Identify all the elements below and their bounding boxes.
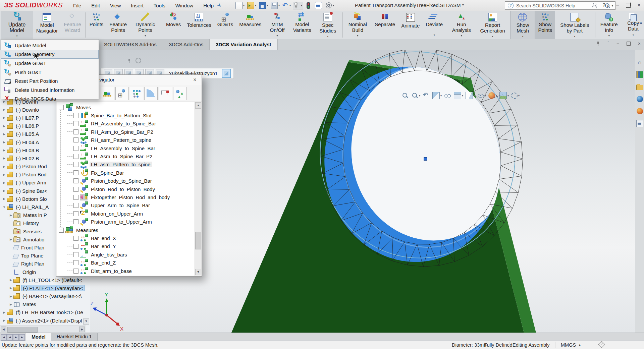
tree-expand-arrow[interactable]: ▶ [2, 140, 7, 144]
headsup-button[interactable]: ▾ [499, 92, 509, 99]
document-tab[interactable]: Model [26, 333, 51, 341]
ribbon-button[interactable] [342, 12, 343, 38]
menu-item[interactable]: Insert [131, 3, 144, 8]
ribbon-button[interactable] [162, 12, 162, 38]
tree-expander-box[interactable]: − [59, 228, 64, 233]
help-button[interactable]: ? ▾ [602, 2, 609, 8]
quickbar-button[interactable]: ▾ [247, 2, 257, 9]
ribbon-button[interactable]: Run Analysis ▾ [448, 11, 475, 39]
tree-expander-box[interactable] [73, 211, 78, 216]
tab-nav-button[interactable]: ◀ [1, 334, 7, 341]
minimize-button[interactable]: − [614, 2, 621, 8]
ribbon-tab[interactable]: 3DCS Add-Ons [163, 39, 210, 50]
tree-expand-arrow[interactable]: ▶ [8, 295, 13, 298]
context-menu-item[interactable]: Update Geometry [1, 50, 99, 59]
quickbar-button[interactable]: ▾ [258, 2, 269, 9]
dialog-toolbar-button[interactable] [115, 87, 129, 100]
navigator-tree-row[interactable]: LH_Asm_to_Spine_Bar_P2 [57, 152, 195, 160]
tree-expander-box[interactable] [73, 260, 78, 265]
ribbon-button-caret[interactable]: ▾ [608, 33, 610, 39]
ribbon-button[interactable]: Update Model ▾ [1, 11, 33, 39]
ribbon-button[interactable]: MTM On/Off ▾ [264, 11, 290, 39]
headsup-button[interactable]: ▾ [454, 92, 463, 99]
tree-expander-box[interactable] [73, 146, 78, 151]
tree-expander-box[interactable] [73, 195, 78, 200]
context-menu-item[interactable]: Update GD&T [1, 59, 99, 68]
tree-expand-arrow[interactable]: ▶ [8, 278, 13, 282]
document-tab[interactable]: Hareket Etüdü 1 [51, 333, 98, 341]
ribbon-button-caret[interactable]: ▾ [434, 32, 435, 39]
navigator-tree-row[interactable]: Bar_end_Y [57, 242, 195, 250]
headsup-button[interactable]: ▾ [511, 93, 520, 99]
navigator-tree-row[interactable]: Angle_btw_bars [57, 250, 195, 258]
context-menu-item[interactable]: Reset Part Position [1, 76, 99, 85]
tree-row[interactable]: ▶ (-) PLATE<1> (Varsayılan< [0, 284, 90, 292]
ribbon-button[interactable]: Separate [372, 11, 398, 39]
units-caret[interactable]: ▴ [579, 343, 581, 346]
tree-expander-box[interactable] [73, 236, 78, 241]
resources-home-icon[interactable]: ⌂ [637, 59, 643, 65]
navigator-tree-row[interactable]: − Measures [57, 226, 195, 234]
collapse-ribbon-icon[interactable]: ˆ [607, 41, 609, 46]
ribbon-button[interactable]: Dynamic Points ▾ [130, 11, 161, 39]
navigator-tree-row[interactable]: Piston_body_to_Spine_Bar [57, 177, 195, 185]
tree-expand-arrow[interactable]: ▶ [2, 157, 7, 160]
ribbon-button[interactable]: Model Navigator [33, 11, 61, 39]
keep-visible-pin-icon[interactable] [127, 58, 131, 63]
ribbon-button[interactable]: GD&Ts [214, 11, 236, 39]
tree-expander-box[interactable] [73, 178, 78, 183]
headsup-button[interactable]: ▾ [488, 92, 497, 99]
dialog-toolbar-button[interactable] [144, 87, 158, 100]
tree-expand-arrow[interactable]: ▶ [8, 303, 13, 306]
headsup-button[interactable] [423, 92, 430, 99]
scroll-left-button[interactable]: ◀ [1, 327, 6, 332]
navigator-tree-row[interactable]: Fixtogether_Piston_Rod_and_body [57, 193, 195, 201]
tree-expand-arrow[interactable]: ▶ [2, 173, 7, 176]
tree-row[interactable]: ▶ (-) BAR<1> (Varsayılan<<\ [0, 292, 90, 300]
tree-expander-box[interactable] [73, 137, 78, 142]
headsup-button[interactable]: ▾ [432, 92, 442, 99]
quickbar-button[interactable]: ▾ [293, 2, 303, 9]
scroll-right-button[interactable]: ▶ [79, 327, 85, 332]
headsup-button[interactable]: ▾ [412, 92, 420, 99]
ribbon-button[interactable]: Report Generation ▾ [475, 11, 511, 39]
navigator-tree-row[interactable]: RH_asm_Pattern_to_spine [57, 136, 195, 144]
ribbon-overflow-button[interactable]: » [639, 20, 642, 25]
tree-expander-box[interactable] [73, 219, 78, 224]
ribbon-button-caret[interactable]: ▾ [574, 34, 575, 40]
tree-expander-box[interactable] [73, 269, 78, 274]
context-menu-item[interactable]: Delete 3DCS Data [1, 95, 99, 104]
tree-expander-box[interactable] [73, 121, 78, 126]
tree-row[interactable]: ▶ Mates [0, 300, 90, 308]
menu-item[interactable]: View [110, 3, 121, 8]
ribbon-button[interactable] [595, 12, 595, 38]
ribbon-button-caret[interactable]: ▾ [16, 33, 17, 40]
ribbon-button[interactable]: Tolerances [184, 11, 214, 39]
dialog-close-button[interactable]: × [192, 76, 198, 83]
tag-icon[interactable] [598, 341, 605, 348]
tree-expand-arrow[interactable]: ▼ [2, 206, 7, 209]
quickbar-button[interactable]: ▾ [270, 2, 280, 9]
menu-item[interactable]: Window [175, 3, 193, 8]
navigator-tree-row[interactable]: Fix_Spine_Bar [57, 169, 195, 177]
quickbar-button[interactable]: ▾ [325, 2, 335, 9]
headsup-button[interactable]: ▾ [477, 92, 486, 99]
tree-expand-arrow[interactable]: ▶ [2, 189, 7, 192]
tree-row[interactable]: ▶ (f) LH_TOOL<1> (Default< [0, 276, 90, 284]
dialog-toolbar-button[interactable] [130, 87, 143, 100]
status-units[interactable]: MMGS [561, 342, 576, 348]
tree-expander-box[interactable] [73, 187, 78, 192]
tree-expand-arrow[interactable]: ▶ [8, 238, 13, 241]
navigator-tree-row[interactable]: Piston_arm_to_Upper_Arm [57, 218, 195, 226]
quickbar-button[interactable] [314, 2, 323, 9]
view-palette-icon[interactable] [637, 96, 643, 102]
tree-expander-box[interactable]: − [59, 105, 64, 110]
ribbon-button[interactable]: Feature Info ▾ [596, 11, 622, 39]
ribbon-button-caret[interactable]: ▾ [461, 33, 462, 39]
tree-expander-box[interactable] [73, 113, 78, 118]
tab-nav-button[interactable]: ▶ [19, 334, 25, 341]
ribbon-tab[interactable]: SOLIDWORKS Add-Ins [98, 39, 163, 50]
pin-toolbar-icon[interactable]: ➤ [216, 2, 223, 9]
navigator-tree-row[interactable]: Bar_end_X [57, 234, 195, 242]
tree-expand-arrow[interactable]: ▶ [2, 132, 7, 136]
